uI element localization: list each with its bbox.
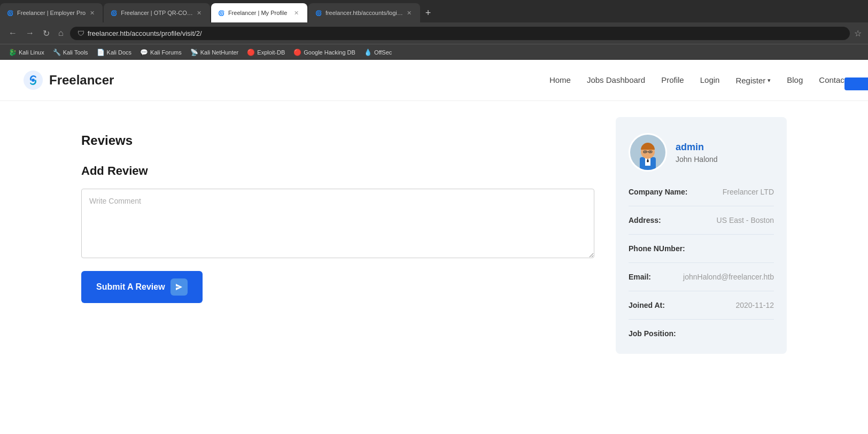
tab-close-btn[interactable]: ✕ bbox=[405, 9, 414, 17]
address-bar: ← → ↻ ⌂ 🛡 freelancer.htb/accounts/profil… bbox=[0, 22, 868, 44]
bookmark-label: Kali Docs bbox=[107, 49, 131, 56]
bookmark-kali-linux[interactable]: 🐉 Kali Linux bbox=[5, 48, 48, 57]
detail-value-address: US East - Boston bbox=[717, 216, 774, 224]
bookmark-star-button[interactable]: ☆ bbox=[854, 28, 862, 38]
nav-link-login[interactable]: Login bbox=[700, 75, 720, 84]
nav-link-register[interactable]: Register ▾ bbox=[735, 76, 771, 85]
tab-close-btn[interactable]: ✕ bbox=[195, 9, 204, 17]
svg-point-9 bbox=[645, 151, 646, 152]
kali-linux-icon: 🐉 bbox=[9, 49, 17, 56]
detail-label-jobposition: Job Position: bbox=[629, 329, 676, 338]
new-tab-button[interactable]: + bbox=[421, 7, 436, 19]
browser-tab-login[interactable]: 🌀 freelancer.htb/accounts/logi… ✕ bbox=[308, 3, 420, 22]
tab-favicon: 🌀 bbox=[315, 9, 322, 17]
browser-tab-employer[interactable]: 🌀 Freelancer | Employer Pro ✕ bbox=[0, 3, 103, 22]
reviews-heading: Reviews bbox=[81, 133, 594, 148]
svg-point-0 bbox=[32, 79, 35, 82]
google-hacking-db-icon: 🔴 bbox=[293, 49, 301, 56]
submit-review-button[interactable]: Submit A Review bbox=[81, 271, 203, 303]
cta-button[interactable] bbox=[844, 78, 868, 90]
tab-title: Freelancer | Employer Pro bbox=[17, 10, 86, 16]
bookmark-offsec[interactable]: 💧 OffSec bbox=[361, 48, 395, 57]
home-button[interactable]: ⌂ bbox=[56, 27, 66, 39]
nav-item-home[interactable]: Home bbox=[549, 75, 571, 85]
kali-tools-icon: 🔧 bbox=[53, 49, 61, 56]
detail-label-company: Company Name: bbox=[629, 188, 687, 196]
detail-row-address: Address: US East - Boston bbox=[629, 216, 774, 235]
detail-row-email: Email: johnHalond@freelancer.htb bbox=[629, 273, 774, 291]
offsec-icon: 💧 bbox=[364, 49, 372, 56]
detail-label-email: Email: bbox=[629, 273, 651, 281]
bookmark-label: Kali Tools bbox=[63, 49, 88, 56]
nav-link-jobs[interactable]: Jobs Dashboard bbox=[587, 75, 645, 84]
bookmark-label: Kali NetHunter bbox=[200, 49, 239, 56]
main-layout: Reviews Add Review Submit A Review bbox=[60, 101, 808, 375]
browser-tab-otp[interactable]: 🌀 Freelancer | OTP QR-CO… ✕ bbox=[104, 3, 210, 22]
chevron-down-icon: ▾ bbox=[768, 77, 771, 84]
tab-close-btn[interactable]: ✕ bbox=[292, 9, 301, 17]
navbar: Freelancer Home Jobs Dashboard Profile L… bbox=[0, 60, 868, 101]
profile-sidebar: admin John Halond Company Name: Freelanc… bbox=[616, 117, 787, 354]
profile-username: admin bbox=[676, 142, 718, 153]
detail-value-company: Freelancer LTD bbox=[723, 188, 774, 196]
detail-label-phone: Phone NUmber: bbox=[629, 244, 685, 253]
bookmark-exploit-db[interactable]: 🔴 Exploit-DB bbox=[244, 48, 288, 57]
url-text: freelancer.htb/accounts/profile/visit/2/ bbox=[88, 29, 202, 37]
bookmark-kali-nethunter[interactable]: 📡 Kali NetHunter bbox=[187, 48, 242, 57]
bookmarks-bar: 🐉 Kali Linux 🔧 Kali Tools 📄 Kali Docs 💬 … bbox=[0, 44, 868, 60]
comment-textarea[interactable] bbox=[81, 189, 594, 258]
tab-favicon: 🌀 bbox=[110, 9, 118, 17]
back-button[interactable]: ← bbox=[6, 27, 19, 39]
nav-item-blog[interactable]: Blog bbox=[787, 75, 803, 85]
bookmark-kali-forums[interactable]: 💬 Kali Forums bbox=[137, 48, 185, 57]
nav-link-profile[interactable]: Profile bbox=[661, 75, 684, 84]
nav-item-jobs[interactable]: Jobs Dashboard bbox=[587, 75, 645, 85]
bookmark-google-hacking-db[interactable]: 🔴 Google Hacking DB bbox=[290, 48, 359, 57]
freelancer-logo-icon bbox=[21, 68, 45, 92]
submit-btn-label: Submit A Review bbox=[96, 282, 165, 292]
nav-link-home[interactable]: Home bbox=[549, 75, 571, 84]
nav-item-login[interactable]: Login bbox=[700, 75, 720, 85]
logo-text: Freelancer bbox=[49, 73, 114, 88]
nav-item-register[interactable]: Register ▾ bbox=[735, 76, 771, 85]
bookmark-label: Google Hacking DB bbox=[304, 49, 355, 56]
bookmark-label: Kali Forums bbox=[150, 49, 182, 56]
profile-details: Company Name: Freelancer LTD Address: US… bbox=[629, 188, 774, 338]
detail-value-email: johnHalond@freelancer.htb bbox=[683, 273, 774, 281]
tab-bar: 🌀 Freelancer | Employer Pro ✕ 🌀 Freelanc… bbox=[0, 0, 868, 22]
nav-link-blog[interactable]: Blog bbox=[787, 75, 803, 84]
kali-docs-icon: 📄 bbox=[97, 49, 105, 56]
tab-title: Freelancer | My Profile bbox=[228, 10, 290, 16]
forward-button[interactable]: → bbox=[24, 27, 36, 39]
page-content: Freelancer Home Jobs Dashboard Profile L… bbox=[0, 60, 868, 381]
detail-row-jobposition: Job Position: bbox=[629, 329, 774, 338]
register-label: Register ▾ bbox=[735, 76, 771, 85]
profile-fullname: John Halond bbox=[676, 155, 718, 164]
bookmark-label: Exploit-DB bbox=[257, 49, 285, 56]
detail-label-joined: Joined At: bbox=[629, 301, 665, 309]
add-review-heading: Add Review bbox=[81, 164, 594, 178]
profile-header: admin John Halond bbox=[629, 133, 774, 172]
url-bar[interactable]: 🛡 freelancer.htb/accounts/profile/visit/… bbox=[70, 27, 850, 40]
send-icon bbox=[170, 278, 188, 296]
profile-name-area: admin John Halond bbox=[676, 142, 718, 164]
nav-menu: Home Jobs Dashboard Profile Login Regist… bbox=[549, 75, 847, 85]
kali-forums-icon: 💬 bbox=[140, 49, 148, 56]
tab-close-btn[interactable]: ✕ bbox=[88, 9, 96, 17]
logo-area[interactable]: Freelancer bbox=[21, 68, 114, 92]
reload-button[interactable]: ↻ bbox=[41, 27, 52, 40]
bookmark-label: OffSec bbox=[374, 49, 392, 56]
bookmark-kali-tools[interactable]: 🔧 Kali Tools bbox=[50, 48, 91, 57]
svg-point-10 bbox=[650, 151, 651, 152]
detail-label-address: Address: bbox=[629, 216, 661, 224]
detail-value-joined: 2020-11-12 bbox=[735, 301, 774, 309]
bookmark-kali-docs[interactable]: 📄 Kali Docs bbox=[94, 48, 135, 57]
tab-title: freelancer.htb/accounts/logi… bbox=[326, 10, 403, 16]
browser-tab-profile[interactable]: 🌀 Freelancer | My Profile ✕ bbox=[211, 3, 307, 22]
tab-favicon: 🌀 bbox=[6, 9, 14, 17]
bookmark-label: Kali Linux bbox=[19, 49, 44, 56]
nav-item-profile[interactable]: Profile bbox=[661, 75, 684, 85]
nav-link-contact[interactable]: Contact bbox=[819, 75, 847, 84]
tab-favicon: 🌀 bbox=[218, 9, 225, 17]
nav-item-contact[interactable]: Contact bbox=[819, 75, 847, 85]
